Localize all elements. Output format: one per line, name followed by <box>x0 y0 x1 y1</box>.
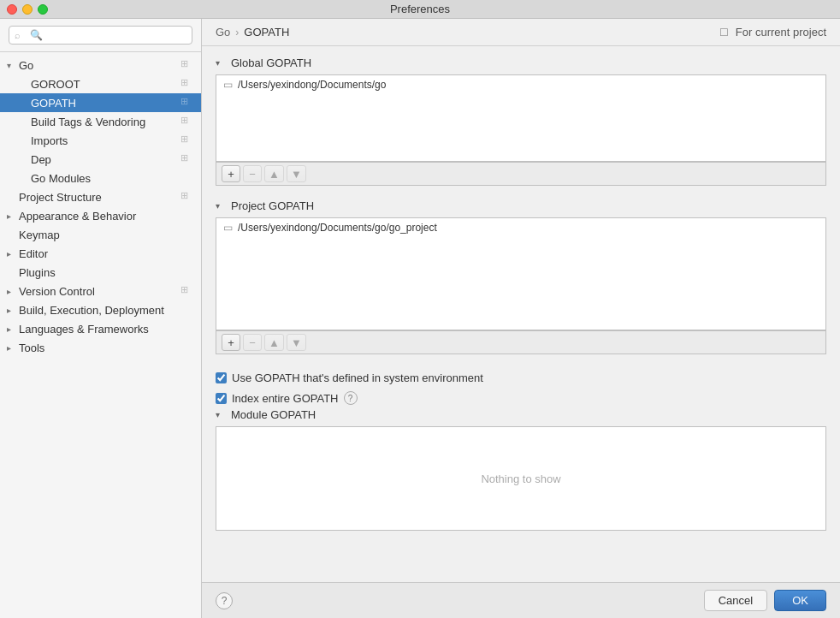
panel-content: ▾ Global GOPATH ▭ /Users/yexindong/Docum… <box>202 46 840 582</box>
global-gopath-header[interactable]: ▾ Global GOPATH <box>216 56 826 69</box>
copy-icon-imports: ⊞ <box>180 134 194 147</box>
sidebar-item-go-modules-label: Go Modules <box>31 172 194 185</box>
project-gopath-header[interactable]: ▾ Project GOPATH <box>216 199 826 212</box>
sidebar-item-gopath[interactable]: GOPATH ⊞ <box>0 93 201 112</box>
module-gopath-section: ▾ Module GOPATH Nothing to show <box>216 408 826 531</box>
chevron-right-icon-appearance: ▸ <box>7 211 19 221</box>
project-gopath-toolbar: + − ▲ ▼ <box>216 330 826 354</box>
global-gopath-toolbar: + − ▲ ▼ <box>216 162 826 186</box>
chevron-down-project: ▾ <box>216 201 226 211</box>
remove-project-path-button[interactable]: − <box>243 334 262 351</box>
list-item: ▭ /Users/yexindong/Documents/go <box>216 75 825 94</box>
sidebar-item-goroot-label: GOROOT <box>31 78 180 91</box>
checkbox-index[interactable] <box>216 393 227 404</box>
search-input[interactable] <box>9 26 192 45</box>
breadcrumb-current: GOPATH <box>244 26 289 39</box>
global-gopath-list: ▭ /Users/yexindong/Documents/go <box>216 75 825 161</box>
current-project-link-label: For current project <box>736 26 826 39</box>
sidebar-item-imports-label: Imports <box>31 134 180 147</box>
project-gopath-list-box: ▭ /Users/yexindong/Documents/go/go_proje… <box>216 217 826 330</box>
traffic-lights <box>7 4 48 15</box>
sidebar-item-goroot[interactable]: GOROOT ⊞ <box>0 74 201 93</box>
help-button[interactable]: ? <box>216 592 233 609</box>
sidebar-item-build-tags-label: Build Tags & Vendoring <box>31 116 180 128</box>
module-gopath-list: Nothing to show <box>216 426 826 531</box>
folder-icon: ▭ <box>223 79 233 91</box>
sidebar-item-languages[interactable]: ▸ Languages & Frameworks <box>0 319 201 338</box>
sidebar-item-version-control[interactable]: ▸ Version Control ⊞ <box>0 282 201 300</box>
add-project-path-button[interactable]: + <box>222 334 240 351</box>
copy-icon-dep: ⊞ <box>180 152 194 166</box>
content-area: Go › GOPATH ☐ For current project ▾ Glob… <box>202 19 840 618</box>
sidebar-item-go-modules[interactable]: Go Modules <box>0 169 201 187</box>
module-gopath-header[interactable]: ▾ Module GOPATH <box>216 408 826 421</box>
global-gopath-title: Global GOPATH <box>231 56 311 69</box>
maximize-button[interactable] <box>38 4 48 15</box>
add-global-path-button[interactable]: + <box>222 165 240 182</box>
remove-global-path-button[interactable]: − <box>243 165 262 182</box>
chevron-down-icon: ▾ <box>7 61 19 70</box>
global-gopath-list-box: ▭ /Users/yexindong/Documents/go <box>216 74 826 162</box>
copy-icon-ps: ⊞ <box>180 190 194 204</box>
empty-text: Nothing to show <box>481 472 560 485</box>
checkbox-index-label: Index entire GOPATH <box>232 392 339 405</box>
help-icon-index[interactable]: ? <box>344 391 358 405</box>
breadcrumb-separator: › <box>235 27 239 39</box>
sidebar-item-gopath-label: GOPATH <box>31 97 180 110</box>
checkbox-icon-link: ☐ <box>719 27 729 39</box>
sidebar-item-appearance[interactable]: ▸ Appearance & Behavior <box>0 206 201 225</box>
bottom-bar: ? Cancel OK <box>202 582 840 618</box>
close-button[interactable] <box>7 4 17 15</box>
checkbox-env-label: Use GOPATH that's defined in system envi… <box>232 371 483 384</box>
global-path-value: /Users/yexindong/Documents/go <box>238 79 386 91</box>
checkbox-index-row: Index entire GOPATH ? <box>216 388 826 408</box>
chevron-down-module: ▾ <box>216 410 226 419</box>
sidebar-item-imports[interactable]: Imports ⊞ <box>0 131 201 150</box>
breadcrumb-parent[interactable]: Go <box>216 26 230 39</box>
sidebar-item-dep[interactable]: Dep ⊞ <box>0 150 201 169</box>
sidebar-item-languages-label: Languages & Frameworks <box>19 323 194 336</box>
minimize-button[interactable] <box>22 4 33 15</box>
sidebar-item-editor[interactable]: ▸ Editor <box>0 244 201 263</box>
copy-icon-vc: ⊞ <box>180 284 194 298</box>
search-icon: ⌕ <box>15 30 21 40</box>
sidebar-item-build-tags[interactable]: Build Tags & Vendoring ⊞ <box>0 112 201 131</box>
sidebar-item-dep-label: Dep <box>31 153 180 166</box>
sidebar-item-plugins-label: Plugins <box>19 266 194 279</box>
move-up-project-button[interactable]: ▲ <box>264 334 284 351</box>
chevron-right-icon-editor: ▸ <box>7 249 19 258</box>
sidebar-item-go[interactable]: ▾ Go ⊞ <box>0 56 201 74</box>
sidebar: ⌕ ▾ Go ⊞ GOROOT ⊞ GOPATH ⊞ <box>0 19 202 618</box>
move-down-global-button[interactable]: ▼ <box>287 165 306 182</box>
titlebar: Preferences <box>0 0 840 19</box>
project-path-value: /Users/yexindong/Documents/go/go_project <box>238 222 437 234</box>
sidebar-search-area: ⌕ <box>0 19 201 52</box>
search-wrapper: ⌕ <box>9 26 192 45</box>
current-project-link[interactable]: ☐ For current project <box>719 26 826 39</box>
chevron-right-icon-lang: ▸ <box>7 324 19 334</box>
sidebar-item-build-execution[interactable]: ▸ Build, Execution, Deployment <box>0 300 201 319</box>
move-down-project-button[interactable]: ▼ <box>287 334 306 351</box>
copy-icon: ⊞ <box>180 58 194 72</box>
copy-icon-gopath: ⊞ <box>180 96 194 110</box>
sidebar-item-build-execution-label: Build, Execution, Deployment <box>19 304 194 317</box>
sidebar-item-project-structure[interactable]: Project Structure ⊞ <box>0 187 201 206</box>
sidebar-item-tools-label: Tools <box>19 342 194 354</box>
chevron-right-icon-be: ▸ <box>7 306 19 315</box>
sidebar-item-plugins[interactable]: Plugins <box>0 263 201 282</box>
copy-icon-build: ⊞ <box>180 115 194 128</box>
checkbox-env-row: Use GOPATH that's defined in system envi… <box>216 368 826 388</box>
sidebar-item-keymap[interactable]: Keymap <box>0 225 201 244</box>
bottom-left: ? <box>216 592 233 609</box>
cancel-button[interactable]: Cancel <box>704 590 767 611</box>
project-gopath-title: Project GOPATH <box>231 199 314 212</box>
ok-button[interactable]: OK <box>774 590 826 611</box>
chevron-right-icon-tools: ▸ <box>7 343 19 353</box>
checkbox-env[interactable] <box>216 372 227 383</box>
global-gopath-section: ▾ Global GOPATH ▭ /Users/yexindong/Docum… <box>216 56 826 186</box>
chevron-right-icon-vc: ▸ <box>7 287 19 296</box>
sidebar-item-keymap-label: Keymap <box>19 229 194 241</box>
sidebar-item-editor-label: Editor <box>19 247 194 260</box>
move-up-global-button[interactable]: ▲ <box>264 165 284 182</box>
sidebar-item-tools[interactable]: ▸ Tools <box>0 338 201 357</box>
